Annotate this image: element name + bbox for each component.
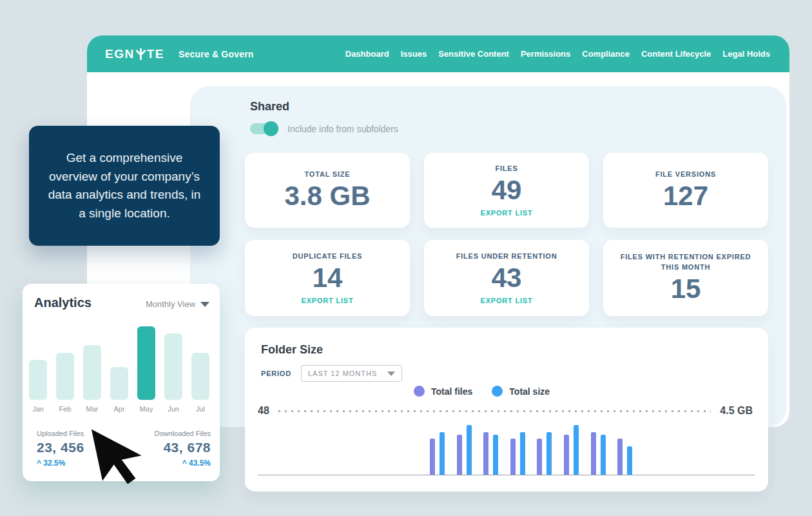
toggle-knob: [264, 121, 278, 136]
screenshot-stage: EGN TE Secure & Govern DashboardIssuesSe…: [0, 0, 812, 516]
bar-group: [483, 432, 498, 475]
toggle-label: Include info from subfolders: [287, 124, 398, 134]
bar-group: [617, 439, 632, 475]
nav-item-sensitive-content[interactable]: Sensitive Content: [438, 49, 509, 59]
total-files-bar: [617, 439, 623, 475]
analytics-bar: [110, 367, 128, 400]
total-files-bar: [483, 432, 488, 475]
analytics-bar: [191, 353, 209, 400]
stat-card: FILE VERSIONS127: [603, 153, 768, 228]
month-label: Apr: [110, 405, 128, 413]
stat-card-label: FILES WITH RETENTION EXPIRED THIS MONTH: [615, 252, 757, 273]
analytics-stat-change: ^ 43.5%: [155, 459, 211, 468]
folder-size-bar-chart: [430, 411, 649, 475]
export-list-link[interactable]: EXPORT LIST: [481, 209, 533, 217]
period-dropdown-value: LAST 12 MONTHS: [308, 370, 387, 377]
bar-group: [537, 432, 552, 475]
left-axis-label: 48: [258, 405, 269, 417]
analytics-stat-value: 43, 678: [155, 440, 211, 455]
total-size-bar: [574, 425, 579, 475]
export-list-link[interactable]: EXPORT LIST: [302, 297, 354, 304]
nav-item-legal-holds[interactable]: Legal Holds: [722, 49, 770, 59]
bar-group: [510, 432, 525, 475]
stat-card-value: 14: [313, 263, 343, 293]
total-size-bar: [546, 432, 552, 475]
month-label: Jan: [29, 405, 47, 413]
stat-card-label: FILES: [495, 164, 517, 174]
legend-item: Total files: [414, 386, 472, 397]
total-size-bar: [520, 432, 525, 475]
legend-label: Total files: [431, 386, 472, 397]
include-subfolders-toggle[interactable]: [250, 123, 276, 134]
app-header: EGN TE Secure & Govern DashboardIssuesSe…: [87, 35, 789, 72]
nav-item-content-lifecycle[interactable]: Content Lifecycle: [641, 49, 711, 59]
analytics-month-labels: JanFebMarAprMayJunJul: [29, 405, 213, 413]
analytics-bar: [29, 360, 47, 400]
analytics-stat-label: Downloaded Files: [155, 430, 211, 437]
feature-tooltip: Get a comprehensive overview of your com…: [29, 126, 220, 246]
nav-item-permissions[interactable]: Permissions: [521, 49, 570, 59]
stat-card: FILES WITH RETENTION EXPIRED THIS MONTH1…: [603, 240, 768, 316]
subfolders-toggle-row: Include info from subfolders: [250, 123, 398, 134]
chart-baseline: [258, 475, 755, 475]
monthly-view-label: Monthly View: [146, 299, 195, 309]
chevron-down-icon: [200, 302, 209, 307]
total-size-bar: [601, 435, 606, 475]
monthly-view-dropdown[interactable]: Monthly View: [146, 299, 209, 309]
stat-card-label: TOTAL SIZE: [305, 170, 351, 180]
tooltip-text: Get a comprehensive overview of your com…: [44, 149, 204, 223]
stat-card: TOTAL SIZE3.8 GB: [245, 153, 410, 228]
top-nav: DashboardIssuesSensitive ContentPermissi…: [345, 49, 770, 59]
egnyte-logo: EGN TE: [105, 47, 164, 61]
logo-text-right: TE: [147, 47, 164, 61]
stat-card-label: FILE VERSIONS: [655, 170, 716, 180]
stat-card-value: 3.8 GB: [284, 181, 370, 211]
analytics-bar: [83, 345, 101, 400]
right-axis-label: 4.5 GB: [720, 405, 753, 417]
total-files-bar: [591, 432, 596, 475]
folder-size-title: Folder Size: [261, 343, 323, 357]
month-label: Jun: [164, 405, 182, 413]
stat-card-label: DUPLICATE FILES: [293, 252, 362, 262]
legend-dot-icon: [414, 386, 425, 397]
period-label: PERIOD: [261, 370, 291, 377]
total-size-bar: [627, 446, 632, 475]
chevron-down-icon: [387, 372, 395, 376]
legend-dot-icon: [492, 386, 503, 397]
legend-item: Total size: [492, 386, 550, 397]
total-files-bar: [457, 435, 462, 475]
nav-item-compliance[interactable]: Compliance: [582, 49, 630, 59]
export-list-link[interactable]: EXPORT LIST: [481, 297, 533, 304]
egnyte-mark-icon: [135, 48, 146, 61]
analytics-bar: [137, 326, 155, 400]
legend-label: Total size: [509, 386, 550, 397]
stat-card-value: 43: [492, 263, 522, 293]
stat-card: DUPLICATE FILES14EXPORT LIST: [245, 240, 410, 316]
chart-legend: Total filesTotal size: [414, 386, 550, 397]
month-label: Jul: [191, 405, 209, 413]
nav-item-dashboard[interactable]: Dashboard: [345, 49, 389, 59]
bar-group: [564, 425, 579, 475]
stat-cards-grid: TOTAL SIZE3.8 GBFILES49EXPORT LISTFILE V…: [245, 153, 768, 316]
bar-group: [430, 432, 445, 475]
month-label: Feb: [56, 405, 74, 413]
stat-card-value: 15: [671, 274, 701, 304]
month-label: May: [137, 405, 155, 413]
month-label: Mar: [83, 405, 101, 413]
product-name: Secure & Govern: [179, 49, 254, 59]
analytics-bar-chart: [29, 326, 213, 400]
nav-item-issues[interactable]: Issues: [401, 49, 427, 59]
period-row: PERIOD LAST 12 MONTHS: [261, 365, 402, 382]
stat-card-value: 49: [492, 175, 522, 205]
period-dropdown[interactable]: LAST 12 MONTHS: [301, 365, 402, 382]
bar-group: [457, 425, 472, 475]
analytics-stat-label: Uploaded Files: [37, 430, 84, 437]
analytics-stat: Downloaded Files43, 678^ 43.5%: [155, 430, 211, 468]
total-files-bar: [430, 439, 435, 475]
analytics-stat-change: ^ 32.5%: [37, 459, 84, 468]
total-size-bar: [440, 432, 445, 475]
folder-size-card: Folder Size PERIOD LAST 12 MONTHS Total …: [245, 328, 768, 491]
total-files-bar: [537, 439, 542, 475]
stat-card: FILES UNDER RETENTION43EXPORT LIST: [424, 240, 589, 316]
total-files-bar: [510, 439, 516, 475]
